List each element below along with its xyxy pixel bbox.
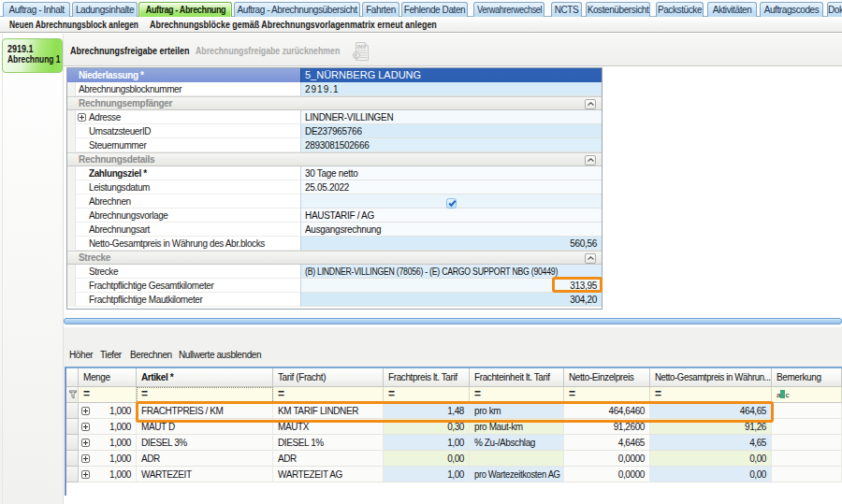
svg-text:€: € bbox=[355, 52, 358, 59]
svg-text:INV: INV bbox=[357, 44, 367, 50]
